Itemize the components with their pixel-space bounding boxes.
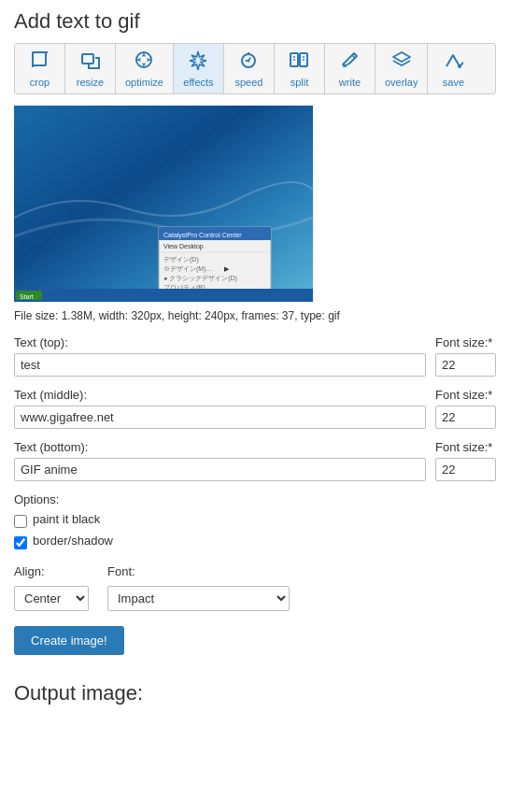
text-bottom-fontsize-group: Font size:* bbox=[435, 440, 496, 481]
svg-point-15 bbox=[458, 64, 461, 68]
text-bottom-fontsize-label: Font size:* bbox=[435, 440, 496, 454]
border-shadow-row: border/shadow bbox=[14, 534, 496, 551]
optimize-label: optimize bbox=[125, 77, 163, 88]
gif-preview: CatalystPro Control Center View Desktop … bbox=[14, 106, 313, 302]
align-font-row: Align: Center Left Right Font: Impact Ar… bbox=[14, 564, 496, 611]
text-top-row: Text (top): Font size:* bbox=[14, 335, 496, 377]
toolbar-crop[interactable]: crop bbox=[15, 44, 65, 93]
align-select[interactable]: Center Left Right bbox=[14, 586, 89, 611]
svg-rect-0 bbox=[33, 52, 46, 65]
align-group: Align: Center Left Right bbox=[14, 564, 89, 611]
svg-line-13 bbox=[352, 55, 355, 58]
toolbar-optimize[interactable]: optimize bbox=[116, 44, 174, 93]
text-middle-fontsize-group: Font size:* bbox=[435, 388, 496, 429]
toolbar-write[interactable]: write bbox=[325, 44, 375, 93]
toolbar-split[interactable]: split bbox=[275, 44, 325, 93]
text-middle-group: Text (middle): bbox=[14, 388, 426, 429]
crop-label: crop bbox=[30, 77, 50, 88]
toolbar-effects[interactable]: effects bbox=[174, 44, 224, 93]
svg-text:● クラシックデザイン(D): ● クラシックデザイン(D) bbox=[163, 275, 237, 282]
align-label: Align: bbox=[14, 564, 89, 578]
text-top-input[interactable] bbox=[14, 353, 426, 377]
svg-rect-3 bbox=[82, 54, 93, 64]
options-section: Options: paint it black border/shadow bbox=[14, 492, 496, 551]
svg-text:※デザイン(M)…: ※デザイン(M)… bbox=[163, 265, 213, 273]
toolbar-save[interactable]: save bbox=[428, 44, 478, 93]
resize-icon bbox=[80, 50, 101, 75]
toolbar: crop resize optimize bbox=[14, 43, 496, 94]
svg-rect-27 bbox=[14, 289, 313, 302]
text-middle-fontsize-label: Font size:* bbox=[435, 388, 496, 402]
page-title: Add text to gif bbox=[14, 9, 496, 34]
split-label: split bbox=[290, 77, 309, 88]
save-label: save bbox=[443, 77, 464, 88]
text-top-fontsize-label: Font size:* bbox=[435, 335, 496, 349]
text-bottom-row: Text (bottom): Font size:* bbox=[14, 440, 496, 481]
text-top-fontsize-input[interactable] bbox=[435, 353, 496, 377]
text-top-label: Text (top): bbox=[14, 335, 426, 349]
speed-label: speed bbox=[234, 77, 262, 88]
effects-icon bbox=[188, 50, 208, 75]
text-top-group: Text (top): bbox=[14, 335, 426, 377]
resize-label: resize bbox=[77, 77, 104, 88]
font-select[interactable]: Impact Arial Times New Roman Courier New… bbox=[107, 586, 290, 611]
text-middle-label: Text (middle): bbox=[14, 388, 426, 402]
toolbar-speed[interactable]: speed bbox=[224, 44, 275, 93]
svg-text:デザイン(D): デザイン(D) bbox=[163, 256, 199, 264]
toolbar-resize[interactable]: resize bbox=[65, 44, 116, 93]
speed-icon bbox=[238, 50, 259, 75]
save-icon bbox=[443, 50, 463, 75]
border-shadow-checkbox[interactable] bbox=[14, 536, 27, 549]
form-section: Text (top): Font size:* Text (middle): F… bbox=[14, 335, 496, 670]
file-info: File size: 1.38M, width: 320px, height: … bbox=[14, 309, 496, 322]
font-label: Font: bbox=[107, 564, 290, 578]
create-image-button[interactable]: Create image! bbox=[14, 626, 124, 655]
svg-text:View Desktop: View Desktop bbox=[163, 243, 204, 250]
output-title: Output image: bbox=[14, 681, 496, 705]
paint-it-black-label: paint it black bbox=[33, 512, 100, 526]
svg-text:CatalystPro Control Center: CatalystPro Control Center bbox=[163, 232, 242, 239]
svg-text:Start: Start bbox=[20, 293, 34, 300]
optimize-icon bbox=[134, 50, 154, 75]
text-middle-input[interactable] bbox=[14, 406, 426, 429]
text-middle-fontsize-input[interactable] bbox=[435, 406, 496, 429]
svg-point-6 bbox=[248, 60, 250, 63]
paint-it-black-row: paint it black bbox=[14, 512, 496, 530]
text-bottom-input[interactable] bbox=[14, 458, 426, 481]
toolbar-overlay[interactable]: overlay bbox=[375, 44, 428, 93]
text-bottom-group: Text (bottom): bbox=[14, 440, 426, 481]
write-icon bbox=[339, 50, 360, 75]
overlay-label: overlay bbox=[385, 77, 418, 88]
gif-preview-area: CatalystPro Control Center View Desktop … bbox=[14, 106, 496, 302]
border-shadow-label: border/shadow bbox=[33, 534, 113, 548]
overlay-icon bbox=[391, 50, 412, 75]
split-icon bbox=[289, 50, 309, 75]
text-top-fontsize-group: Font size:* bbox=[435, 335, 496, 377]
text-middle-row: Text (middle): Font size:* bbox=[14, 388, 496, 429]
paint-it-black-checkbox[interactable] bbox=[14, 515, 27, 528]
text-bottom-fontsize-input[interactable] bbox=[435, 458, 496, 481]
text-bottom-label: Text (bottom): bbox=[14, 440, 426, 454]
crop-icon bbox=[30, 50, 50, 75]
write-label: write bbox=[339, 77, 361, 88]
preview-background: CatalystPro Control Center View Desktop … bbox=[14, 106, 313, 302]
effects-label: effects bbox=[183, 77, 213, 88]
font-group: Font: Impact Arial Times New Roman Couri… bbox=[107, 564, 290, 611]
options-label: Options: bbox=[14, 492, 496, 506]
